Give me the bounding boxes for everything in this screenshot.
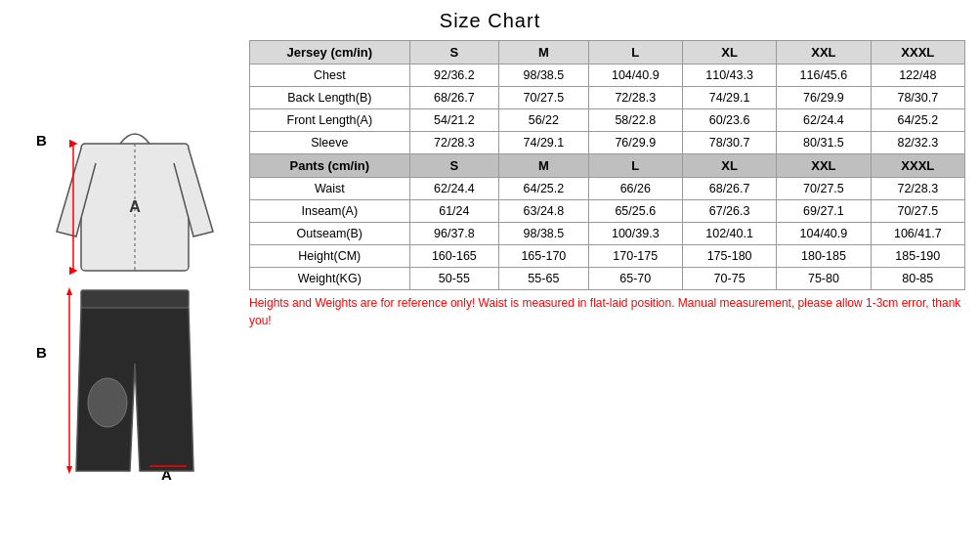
svg-text:A: A [129,198,141,215]
clothing-diagram: B A [15,40,249,549]
main-content: B A [15,40,965,549]
table-row: Front Length(A)54/21.256/2258/22.860/23.… [250,109,965,132]
label-b-jacket: B [36,132,47,149]
size-table: Jersey (cm/in)SMLXLXXLXXXLChest92/36.298… [249,40,965,290]
diagram-inner: B A [34,85,230,505]
pants-svg [52,285,218,481]
svg-point-5 [88,378,127,427]
table-row: Outseam(B)96/37.898/38.5100/39.3102/40.1… [250,223,965,245]
table-row: Height(CM)160-165165-170170-175175-18018… [250,245,965,268]
svg-marker-8 [66,466,72,474]
table-row: Waist62/24.464/25.266/2668/26.770/27.572… [250,178,965,200]
table-row: Weight(KG)50-5555-6565-7070-7575-8080-85 [250,268,965,290]
main-container: Size Chart B [0,0,980,559]
table-row: Chest92/36.298/38.5104/40.9110/43.3116/4… [250,64,965,87]
page-title: Size Chart [440,10,540,32]
jacket-svg: A [52,85,218,290]
svg-marker-7 [66,287,72,295]
table-area: Jersey (cm/in)SMLXLXXLXXXLChest92/36.298… [249,40,965,549]
label-b-pants: B [36,344,47,361]
svg-rect-4 [81,290,189,308]
table-row: Sleeve72/28.374/29.176/29.978/30.780/31.… [250,132,965,154]
table-row: Back Length(B)68/26.770/27.572/28.374/29… [250,87,965,109]
size-note: Heights and Weights are for reference on… [249,294,965,329]
table-row: Inseam(A)61/2463/24.865/25.667/26.369/27… [250,200,965,223]
